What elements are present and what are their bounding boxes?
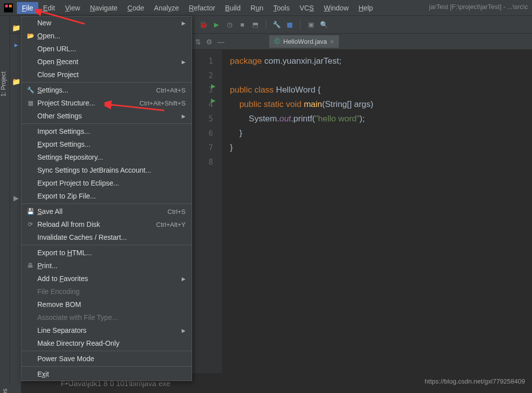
code-line: }: [230, 126, 373, 140]
menu-vcs[interactable]: VCS: [295, 2, 319, 14]
line-number: 5: [192, 111, 222, 126]
menu-item-export-to-html[interactable]: Export to HTML...: [21, 246, 192, 259]
minimize-icon[interactable]: —: [217, 38, 224, 46]
menu-item-open[interactable]: 📂Open...: [21, 29, 192, 42]
menu-item-invalidate-caches-restart[interactable]: Invalidate Caches / Restart...: [21, 231, 192, 244]
menu-tools[interactable]: Tools: [268, 2, 295, 14]
code-line: }: [230, 140, 373, 155]
menu-item-line-separators[interactable]: Line Separators▶: [21, 324, 192, 337]
close-tab-icon[interactable]: ×: [330, 38, 334, 46]
menu-item-associate-with-file-type: Associate with File Type...: [21, 311, 192, 324]
play-icon[interactable]: ▶: [13, 194, 19, 202]
gutter: ▶ ▶ 12345678: [192, 50, 222, 373]
menu-separator: [21, 203, 192, 204]
menu-build[interactable]: Build: [220, 2, 245, 14]
run-coverage-icon[interactable]: ▶: [212, 20, 221, 29]
folder-icon[interactable]: 📁: [12, 24, 20, 32]
file-menu-dropdown: New▶📂Open...Open URL...Open Recent▶Close…: [21, 16, 192, 381]
java-class-icon: Ⓒ: [274, 37, 280, 46]
run-gutter-icon[interactable]: ▶: [211, 97, 215, 104]
menu-item-print[interactable]: 🖶Print...: [21, 259, 192, 272]
favorites-toolwindow-tab[interactable]: vorites: [1, 389, 8, 393]
bug-icon[interactable]: 🐞: [199, 20, 208, 29]
code-line: [230, 68, 373, 83]
gear-icon[interactable]: ⚙: [206, 38, 213, 46]
watermark: https://blog.csdn.net/gxl779258409: [425, 378, 525, 385]
menu-item-close-project[interactable]: Close Project: [21, 68, 192, 81]
menu-item-open-recent[interactable]: Open Recent▶: [21, 55, 192, 68]
menu-item-make-directory-read-only[interactable]: Make Directory Read-Only: [21, 337, 192, 350]
attach-icon[interactable]: ⬒: [251, 20, 260, 29]
tab-filename: HelloWord.java: [283, 38, 327, 45]
window-title: jarTest [F:\project\jarTest] - ...\src\c: [429, 3, 528, 10]
menu-view[interactable]: View: [60, 2, 85, 14]
stop-icon[interactable]: ■: [238, 20, 247, 29]
left-toolwindow-strip: 1: Project vorites: [0, 16, 10, 384]
menu-item-save-all[interactable]: 💾Save AllCtrl+S: [21, 205, 192, 218]
code-line: System.out.printf("hello word");: [230, 111, 373, 126]
menu-separator: [21, 366, 192, 367]
sort-icon[interactable]: ⇅: [195, 38, 201, 46]
line-number: 7: [192, 140, 222, 155]
menu-separator: [21, 123, 192, 124]
menu-item-import-settings[interactable]: Import Settings...: [21, 125, 192, 138]
code-line: [230, 155, 373, 169]
menu-file[interactable]: File: [17, 2, 38, 14]
menu-item-sync-settings-to-jetbrains-account[interactable]: Sync Settings to JetBrains Account...: [21, 164, 192, 177]
menu-item-add-to-favorites[interactable]: Add to Favorites▶: [21, 272, 192, 285]
project-structure-icon[interactable]: ▦: [285, 20, 294, 29]
menu-item-other-settings[interactable]: Other Settings▶: [21, 109, 192, 122]
menu-refactor[interactable]: Refactor: [184, 2, 220, 14]
menu-item-new[interactable]: New▶: [21, 16, 192, 29]
menu-item-settings-repository[interactable]: Settings Repository...: [21, 151, 192, 164]
menu-item-file-encoding: File Encoding: [21, 285, 192, 298]
menu-analyze[interactable]: Analyze: [149, 2, 184, 14]
code-line: public class HelloWord {: [230, 83, 373, 97]
line-number: 2: [192, 68, 222, 83]
code-line: public static void main(String[] args): [230, 97, 373, 111]
editor-tab[interactable]: Ⓒ HelloWord.java ×: [269, 35, 339, 48]
menu-separator: [21, 245, 192, 245]
run-gutter-icon[interactable]: ▶: [211, 83, 215, 90]
menu-item-project-structure[interactable]: ▦Project Structure...Ctrl+Alt+Shift+S: [21, 97, 192, 109]
menu-item-exit[interactable]: Exit: [21, 368, 192, 381]
code-content: package com.yuanxin.jarTest; public clas…: [230, 54, 373, 169]
menu-item-export-settings[interactable]: Export Settings...: [21, 138, 192, 151]
menu-edit[interactable]: Edit: [38, 2, 60, 14]
line-number: 8: [192, 155, 222, 169]
code-line: package com.yuanxin.jarTest;: [230, 54, 373, 68]
search-icon[interactable]: 🔍: [319, 20, 328, 29]
wrench-icon[interactable]: 🔧: [272, 20, 281, 29]
menu-item-open-url[interactable]: Open URL...: [21, 42, 192, 55]
editor-panel-bar: ⇅ ⚙ — Ⓒ HelloWord.java ×: [192, 34, 532, 50]
folder-j-icon[interactable]: ▸: [14, 41, 18, 49]
menu-separator: [21, 82, 192, 83]
menu-item-remove-bom[interactable]: Remove BOM: [21, 298, 192, 311]
profile-icon[interactable]: ◷: [225, 20, 234, 29]
side-icons: 📁 ▸ 📁 ▶: [10, 20, 22, 202]
menu-separator: [21, 351, 192, 351]
menu-run[interactable]: Run: [246, 2, 269, 14]
code-editor[interactable]: ▶ ▶ 12345678 package com.yuanxin.jarTest…: [192, 50, 532, 373]
menu-item-power-save-mode[interactable]: Power Save Mode: [21, 352, 192, 365]
separator: [266, 20, 266, 30]
menu-item-export-to-zip-file[interactable]: Export to Zip File...: [21, 190, 192, 202]
menu-navigate[interactable]: Navigate: [85, 2, 122, 14]
project-toolwindow-tab[interactable]: 1: Project: [0, 72, 7, 97]
menu-window[interactable]: Window: [319, 2, 354, 14]
menubar: FileEditViewNavigateCodeAnalyzeRefactorB…: [0, 0, 532, 16]
run-anything-icon[interactable]: ▣: [307, 20, 316, 29]
line-number: 1: [192, 54, 222, 68]
menu-item-reload-all-from-disk[interactable]: ⟳Reload All from DiskCtrl+Alt+Y: [21, 218, 192, 231]
menu-help[interactable]: Help: [354, 2, 378, 14]
line-number: 6: [192, 126, 222, 140]
svg-rect-1: [5, 4, 8, 7]
separator: [300, 20, 301, 30]
folder-icon[interactable]: 📁: [12, 78, 20, 86]
menu-code[interactable]: Code: [122, 2, 149, 14]
menu-item-export-project-to-eclipse[interactable]: Export Project to Eclipse...: [21, 177, 192, 190]
app-icon: [4, 3, 13, 12]
line-number: 4: [192, 97, 222, 111]
svg-rect-2: [9, 4, 12, 7]
menu-item-settings[interactable]: 🔧Settings...Ctrl+Alt+S: [21, 84, 192, 97]
